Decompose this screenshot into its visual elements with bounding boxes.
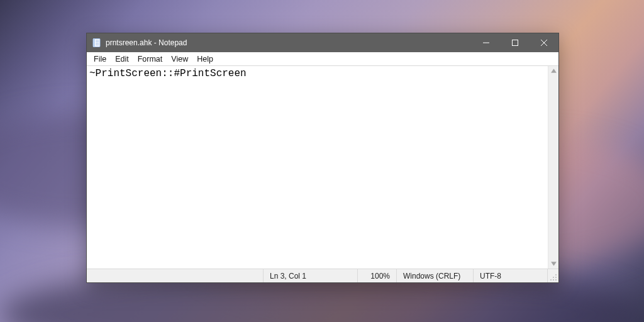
notepad-icon (92, 38, 102, 48)
status-encoding: UTF-8 (473, 269, 547, 282)
svg-point-10 (555, 279, 557, 280)
svg-point-11 (553, 279, 554, 280)
svg-rect-1 (93, 39, 95, 47)
text-editor[interactable] (87, 66, 548, 269)
menu-file[interactable]: File (89, 53, 111, 65)
scroll-down-icon (550, 260, 557, 267)
svg-point-12 (555, 277, 557, 278)
status-zoom: 100% (357, 269, 396, 282)
notepad-window: prntsreen.ahk - Notepad File Edit Format… (86, 33, 559, 283)
menubar: File Edit Format View Help (87, 52, 558, 66)
status-eol: Windows (CRLF) (396, 269, 473, 282)
svg-point-14 (553, 277, 554, 278)
maximize-button[interactable] (501, 33, 530, 52)
statusbar: Ln 3, Col 1 100% Windows (CRLF) UTF-8 (87, 269, 558, 282)
menu-format[interactable]: Format (133, 53, 167, 65)
menu-edit[interactable]: Edit (111, 53, 133, 65)
svg-point-13 (550, 279, 552, 280)
window-title: prntsreen.ahk - Notepad (106, 38, 187, 47)
menu-view[interactable]: View (167, 53, 192, 65)
svg-rect-7 (513, 40, 518, 46)
scroll-up-icon (550, 67, 557, 74)
vertical-scrollbar[interactable] (548, 66, 558, 269)
titlebar[interactable]: prntsreen.ahk - Notepad (87, 33, 558, 52)
close-button[interactable] (530, 33, 558, 52)
status-position: Ln 3, Col 1 (263, 269, 357, 282)
svg-point-15 (555, 274, 557, 275)
editor-area (87, 66, 558, 269)
menu-help[interactable]: Help (192, 53, 218, 65)
minimize-button[interactable] (472, 33, 501, 52)
resize-grip[interactable] (547, 269, 558, 282)
